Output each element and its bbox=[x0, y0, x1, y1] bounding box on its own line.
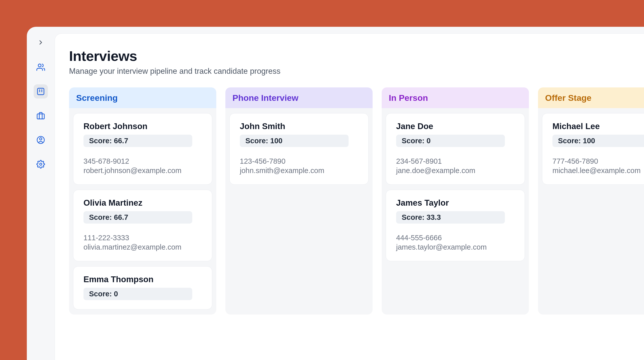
candidate-phone: 444-555-6666 bbox=[396, 233, 514, 243]
sidebar-item-candidates[interactable] bbox=[34, 60, 48, 74]
candidate-name: Michael Lee bbox=[552, 122, 644, 131]
sidebar-toggle[interactable] bbox=[35, 37, 46, 48]
svg-rect-4 bbox=[37, 114, 44, 119]
score-badge: Score: 33.3 bbox=[396, 211, 505, 224]
column-header: Screening bbox=[69, 87, 216, 108]
candidate-name: Olivia Martinez bbox=[83, 198, 202, 208]
sidebar-item-profile[interactable] bbox=[34, 133, 48, 147]
app-frame: Interviews Manage your interview pipelin… bbox=[27, 27, 644, 360]
gear-icon bbox=[36, 160, 45, 169]
column-cards: Robert JohnsonScore: 66.7345-678-9012rob… bbox=[69, 108, 216, 309]
main: Interviews Manage your interview pipelin… bbox=[55, 27, 644, 360]
candidate-phone: 345-678-9012 bbox=[83, 157, 202, 166]
briefcase-icon bbox=[36, 111, 45, 120]
candidate-phone: 111-222-3333 bbox=[83, 233, 202, 243]
candidate-card[interactable]: Jane DoeScore: 0234-567-8901jane.doe@exa… bbox=[386, 113, 525, 185]
page-title: Interviews bbox=[69, 48, 644, 64]
user-circle-icon bbox=[36, 136, 45, 144]
score-badge: Score: 100 bbox=[240, 135, 349, 147]
sidebar-item-interviews[interactable] bbox=[34, 84, 48, 99]
column-cards: Michael LeeScore: 100777-456-7890michael… bbox=[538, 108, 644, 185]
candidate-name: Jane Doe bbox=[396, 122, 514, 131]
content-panel: Interviews Manage your interview pipelin… bbox=[55, 33, 644, 360]
candidate-contact: 111-222-3333olivia.martinez@example.com bbox=[83, 233, 202, 252]
candidate-contact: 444-555-6666james.taylor@example.com bbox=[396, 233, 514, 252]
score-badge: Score: 66.7 bbox=[83, 135, 192, 147]
pipeline-board: ScreeningRobert JohnsonScore: 66.7345-67… bbox=[69, 87, 644, 315]
candidate-phone: 777-456-7890 bbox=[552, 157, 644, 166]
candidate-card[interactable]: Olivia MartinezScore: 66.7111-222-3333ol… bbox=[73, 190, 212, 261]
sidebar bbox=[27, 27, 55, 360]
svg-point-0 bbox=[38, 64, 41, 67]
candidate-contact: 777-456-7890michael.lee@example.com bbox=[552, 157, 644, 175]
candidate-email: james.taylor@example.com bbox=[396, 243, 514, 252]
column-header: In Person bbox=[382, 87, 529, 108]
pipeline-column-screening: ScreeningRobert JohnsonScore: 66.7345-67… bbox=[69, 87, 216, 315]
column-cards: John SmithScore: 100123-456-7890john.smi… bbox=[225, 108, 373, 185]
candidate-email: robert.johnson@example.com bbox=[83, 166, 202, 175]
page-subtitle: Manage your interview pipeline and track… bbox=[69, 67, 644, 76]
score-badge: Score: 66.7 bbox=[83, 211, 192, 224]
svg-point-7 bbox=[40, 163, 42, 165]
candidate-card[interactable]: James TaylorScore: 33.3444-555-6666james… bbox=[386, 190, 525, 261]
candidate-phone: 234-567-8901 bbox=[396, 157, 514, 166]
score-badge: Score: 0 bbox=[396, 135, 505, 147]
sidebar-nav bbox=[34, 60, 48, 171]
candidate-contact: 234-567-8901jane.doe@example.com bbox=[396, 157, 514, 175]
pipeline-column-inperson: In PersonJane DoeScore: 0234-567-8901jan… bbox=[382, 87, 529, 315]
kanban-icon bbox=[36, 87, 45, 96]
candidate-name: Robert Johnson bbox=[83, 122, 202, 131]
sidebar-item-jobs[interactable] bbox=[34, 109, 48, 123]
chevron-right-icon bbox=[37, 39, 44, 46]
candidate-card[interactable]: Michael LeeScore: 100777-456-7890michael… bbox=[542, 113, 644, 185]
candidate-phone: 123-456-7890 bbox=[240, 157, 358, 166]
users-icon bbox=[36, 63, 45, 71]
score-badge: Score: 0 bbox=[83, 288, 192, 300]
score-badge: Score: 100 bbox=[552, 135, 644, 147]
candidate-card[interactable]: Emma ThompsonScore: 0 bbox=[73, 266, 212, 309]
svg-rect-1 bbox=[37, 88, 44, 95]
column-header: Offer Stage bbox=[538, 87, 644, 108]
sidebar-item-settings[interactable] bbox=[34, 157, 48, 171]
candidate-email: olivia.martinez@example.com bbox=[83, 243, 202, 252]
column-header: Phone Interview bbox=[225, 87, 373, 108]
pipeline-column-offer: Offer StageMichael LeeScore: 100777-456-… bbox=[538, 87, 644, 315]
candidate-card[interactable]: Robert JohnsonScore: 66.7345-678-9012rob… bbox=[73, 113, 212, 185]
candidate-name: John Smith bbox=[240, 122, 358, 131]
candidate-email: john.smith@example.com bbox=[240, 166, 358, 175]
column-cards: Jane DoeScore: 0234-567-8901jane.doe@exa… bbox=[382, 108, 529, 261]
candidate-contact: 345-678-9012robert.johnson@example.com bbox=[83, 157, 202, 175]
pipeline-column-phone: Phone InterviewJohn SmithScore: 100123-4… bbox=[225, 87, 373, 315]
svg-point-6 bbox=[39, 138, 42, 140]
candidate-email: michael.lee@example.com bbox=[552, 166, 644, 175]
candidate-card[interactable]: John SmithScore: 100123-456-7890john.smi… bbox=[229, 113, 369, 185]
candidate-name: Emma Thompson bbox=[83, 275, 202, 284]
candidate-name: James Taylor bbox=[396, 198, 514, 208]
candidate-contact: 123-456-7890john.smith@example.com bbox=[240, 157, 358, 175]
candidate-email: jane.doe@example.com bbox=[396, 166, 514, 175]
